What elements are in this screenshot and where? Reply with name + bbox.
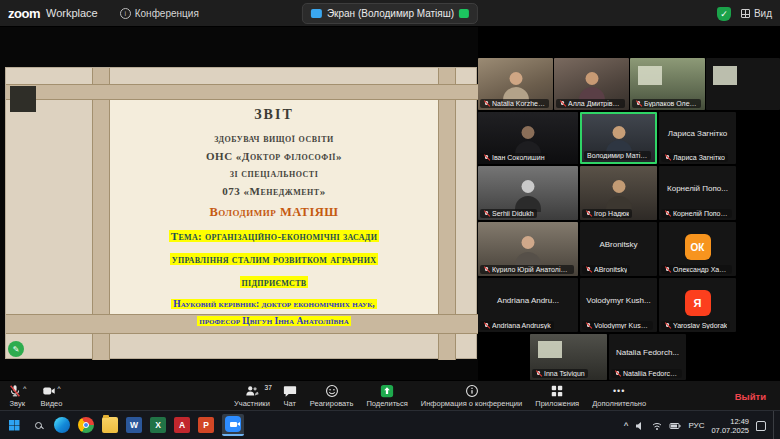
participant-name-label: Курило Юрій Анатолійович bbox=[480, 265, 574, 274]
participant-tile[interactable]: Корнелій Попо... Корнелій Попович bbox=[659, 166, 736, 220]
start-button[interactable] bbox=[6, 417, 22, 433]
slide-corner-box bbox=[10, 86, 36, 112]
participant-tile[interactable]: Я Yaroslav Sydorak bbox=[659, 278, 736, 332]
file-explorer-icon[interactable] bbox=[102, 417, 118, 433]
wifi-icon[interactable] bbox=[652, 421, 662, 431]
tray-expand-icon[interactable]: ^ bbox=[624, 421, 629, 430]
mic-muted-icon bbox=[664, 266, 671, 273]
participant-tile[interactable]: Natalia Fedorch... Nataliia Fedorchuk bbox=[609, 334, 686, 380]
participant-tile[interactable]: Іван Соколишин bbox=[478, 112, 578, 164]
slide-supervisor-line-2: професор Цвігун Інна Анатоліївна bbox=[110, 312, 438, 329]
leave-meeting-button[interactable]: Выйти bbox=[735, 381, 766, 411]
view-button[interactable]: Вид bbox=[741, 8, 772, 19]
mic-muted-icon bbox=[664, 210, 671, 217]
show-desktop-button[interactable] bbox=[773, 411, 776, 439]
chat-button[interactable]: Чат bbox=[283, 384, 297, 408]
participant-display-name: Volodymyr Kush... bbox=[580, 278, 657, 322]
participant-name-label: Inna Tsivigun bbox=[532, 369, 588, 378]
share-tab-label: Экран (Володимир Матіяш) bbox=[327, 8, 454, 19]
chrome-icon[interactable] bbox=[78, 417, 94, 433]
participant-name-label: Serhii Didukh bbox=[480, 209, 537, 218]
mic-muted-icon bbox=[483, 100, 490, 107]
zoom-taskbar-icon[interactable] bbox=[222, 414, 244, 436]
participants-icon bbox=[245, 384, 259, 398]
participants-count-badge: 37 bbox=[265, 384, 272, 391]
slide-frame-top-band bbox=[6, 84, 478, 100]
participant-tile[interactable]: ОК Олександр Харченко bbox=[659, 222, 736, 276]
share-screen-button[interactable]: Поделиться bbox=[366, 384, 407, 408]
participant-tile[interactable]: Inna Tsivigun bbox=[530, 334, 607, 380]
taskbar-apps: W X A P bbox=[0, 414, 244, 436]
more-button[interactable]: ••• Дополнительно bbox=[592, 384, 646, 408]
mic-muted-icon bbox=[585, 322, 592, 329]
chat-icon bbox=[283, 384, 297, 398]
system-tray: ^ РУС 12:49 07.07.2025 bbox=[624, 411, 776, 439]
notification-center-icon[interactable] bbox=[756, 421, 766, 431]
participant-tile[interactable]: Serhii Didukh bbox=[478, 166, 578, 220]
mic-muted-icon bbox=[483, 154, 490, 161]
participant-tile[interactable] bbox=[706, 58, 780, 110]
participant-tile-active-speaker[interactable]: Володимир Матіяш bbox=[580, 112, 657, 164]
slide-author: Володимир МАТІЯШ bbox=[110, 204, 438, 221]
meeting-info-button[interactable]: Информация о конференции bbox=[421, 384, 522, 408]
participant-name-label: Бурлаков Олександр bbox=[632, 99, 701, 108]
annotation-pencil-button[interactable]: ✎ bbox=[8, 341, 24, 357]
mic-muted-icon bbox=[559, 100, 566, 107]
ok-logo-avatar: ОК bbox=[685, 234, 711, 260]
powerpoint-icon[interactable]: P bbox=[198, 417, 214, 433]
participant-name-label: Володимир Матіяш bbox=[584, 151, 651, 160]
taskbar-clock[interactable]: 12:49 07.07.2025 bbox=[711, 417, 749, 435]
taskbar-search-button[interactable] bbox=[30, 417, 46, 433]
participant-tile[interactable]: Natalia Korzhenivska bbox=[478, 58, 553, 110]
toolbar-left-group: ^ Звук ^ Видео bbox=[8, 381, 62, 411]
edge-icon[interactable] bbox=[54, 417, 70, 433]
participant-tile[interactable]: Andriana Andru... Andriana Andrusyk bbox=[478, 278, 578, 332]
zoom-meeting-window: zoom Workplace i Конференция Экран (Воло… bbox=[0, 0, 780, 439]
encryption-shield-icon[interactable]: ✓ bbox=[717, 7, 731, 21]
participant-tile[interactable]: Курило Юрій Анатолійович bbox=[478, 222, 578, 276]
participant-display-name: Лариса Загнітко bbox=[659, 112, 736, 154]
mute-button[interactable]: ^ Звук bbox=[8, 384, 27, 408]
participant-name-label: Andriana Andrusyk bbox=[480, 321, 554, 330]
participant-name-label: Алла Дмитрівна Чикуркова bbox=[556, 99, 625, 108]
participant-name-label: Іван Соколишин bbox=[480, 153, 548, 162]
screen-share-tab[interactable]: Экран (Володимир Матіяш) bbox=[302, 3, 478, 24]
excel-icon[interactable]: X bbox=[150, 417, 166, 433]
apps-button[interactable]: Приложения bbox=[535, 384, 579, 408]
participant-tile[interactable]: Бурлаков Олександр bbox=[630, 58, 705, 110]
participant-name-label: Лариса Загнітко bbox=[661, 153, 728, 162]
video-camera-icon bbox=[230, 422, 237, 427]
participant-name-label: Yaroslav Sydorak bbox=[661, 321, 730, 330]
mic-muted-icon bbox=[483, 322, 490, 329]
share-screen-icon bbox=[380, 384, 394, 398]
participant-name-label: Ігор Надюк bbox=[582, 209, 632, 218]
mic-muted-icon bbox=[614, 370, 621, 377]
battery-icon[interactable] bbox=[669, 421, 681, 431]
mic-muted-icon bbox=[585, 210, 592, 217]
participant-display-name: Andriana Andru... bbox=[478, 278, 578, 322]
participants-button[interactable]: 37 Участники bbox=[234, 384, 270, 408]
chevron-up-icon[interactable]: ^ bbox=[23, 384, 27, 392]
participants-panel: Natalia Korzhenivska Алла Дмитрівна Чику… bbox=[478, 27, 780, 380]
chevron-up-icon[interactable]: ^ bbox=[57, 384, 61, 392]
participant-tile[interactable]: Лариса Загнітко Лариса Загнітко bbox=[659, 112, 736, 164]
mic-muted-icon bbox=[8, 384, 22, 398]
conference-label: Конференция bbox=[135, 8, 199, 19]
acrobat-icon[interactable]: A bbox=[174, 417, 190, 433]
slide-topic-line-2: управління сталим розвитком аграрних bbox=[110, 250, 438, 267]
slide-text-block: ЗВІТ здобувач вищої освіти ОНС «Доктор ф… bbox=[110, 106, 438, 328]
video-button[interactable]: ^ Видео bbox=[41, 384, 63, 408]
participant-tile[interactable]: Ігор Надюк bbox=[580, 166, 657, 220]
participant-tile[interactable]: Volodymyr Kush... Volodymyr Kushnir bbox=[580, 278, 657, 332]
participant-tile[interactable]: Алла Дмитрівна Чикуркова bbox=[554, 58, 629, 110]
reactions-button[interactable]: Реагировать bbox=[310, 384, 354, 408]
clock-date: 07.07.2025 bbox=[711, 426, 749, 435]
smiley-icon bbox=[325, 384, 339, 398]
language-indicator[interactable]: РУС bbox=[688, 421, 704, 430]
mic-muted-icon bbox=[664, 154, 671, 161]
speaker-icon[interactable] bbox=[635, 421, 645, 431]
word-icon[interactable]: W bbox=[126, 417, 142, 433]
participant-tile[interactable]: ABronitsky ABronitsky bbox=[580, 222, 657, 276]
search-icon bbox=[35, 422, 42, 429]
conference-info-button[interactable]: i Конференция bbox=[120, 8, 199, 19]
